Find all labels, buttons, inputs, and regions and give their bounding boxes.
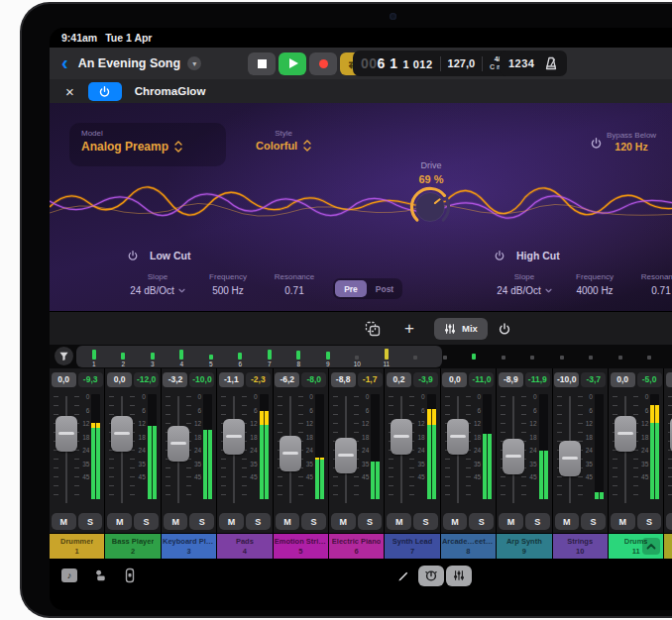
mixer-view-button[interactable] bbox=[446, 566, 472, 586]
overview-track[interactable] bbox=[518, 346, 548, 368]
solo-button[interactable]: S bbox=[581, 513, 606, 530]
back-button[interactable]: ‹ bbox=[61, 52, 68, 75]
solo-button[interactable]: S bbox=[189, 513, 214, 530]
mute-button[interactable]: M bbox=[164, 513, 188, 530]
volume-fader[interactable] bbox=[56, 416, 77, 452]
mute-button[interactable]: M bbox=[331, 513, 356, 530]
mixer-power-button[interactable] bbox=[498, 322, 511, 336]
overview-track[interactable]: 3 bbox=[138, 346, 168, 368]
overview-track[interactable]: 6 bbox=[226, 346, 256, 368]
volume-fader[interactable] bbox=[615, 416, 636, 452]
solo-button[interactable]: S bbox=[358, 513, 383, 530]
overview-track[interactable] bbox=[577, 346, 607, 368]
mute-button[interactable]: M bbox=[276, 513, 300, 530]
loop-browser-icon[interactable]: ♪ bbox=[61, 568, 77, 582]
slope-control[interactable]: Slope 24 dB/Oct bbox=[127, 271, 188, 298]
track-name-tile[interactable]: Drums 11 bbox=[609, 534, 663, 559]
volume-fader[interactable] bbox=[559, 441, 581, 476]
solo-button[interactable]: S bbox=[246, 513, 271, 530]
overview-track[interactable]: 1 bbox=[79, 346, 109, 368]
volume-fader[interactable] bbox=[111, 416, 133, 452]
overview-track[interactable]: 9 bbox=[313, 346, 343, 368]
stop-button[interactable] bbox=[248, 52, 276, 75]
plugin-power-button[interactable] bbox=[88, 82, 122, 101]
overview-track[interactable] bbox=[401, 346, 431, 368]
track-name-tile[interactable]: Synth Lead 7 bbox=[385, 534, 439, 559]
solo-button[interactable]: S bbox=[78, 513, 103, 530]
controls-view-button[interactable] bbox=[418, 566, 444, 586]
metronome-icon[interactable] bbox=[544, 56, 558, 70]
overview-track[interactable]: 8 bbox=[284, 346, 314, 368]
solo-button[interactable]: S bbox=[413, 513, 438, 530]
slope-control[interactable]: Slope 24 dB/Oct bbox=[494, 271, 555, 298]
volume-fader[interactable] bbox=[503, 439, 524, 474]
solo-button[interactable]: S bbox=[301, 513, 326, 530]
mute-button[interactable]: M bbox=[443, 513, 468, 530]
collapse-track-button[interactable] bbox=[642, 538, 660, 555]
mute-button[interactable]: M bbox=[387, 513, 411, 530]
mute-button[interactable]: M bbox=[52, 513, 76, 530]
drive-knob[interactable] bbox=[407, 184, 453, 230]
low-cut-power-icon[interactable] bbox=[127, 250, 139, 261]
volume-fader[interactable] bbox=[335, 438, 357, 473]
model-selector[interactable]: Model Analog Preamp bbox=[69, 123, 226, 166]
track-name-tile[interactable]: Pads 4 bbox=[217, 534, 272, 559]
overview-track[interactable]: 2 bbox=[109, 346, 139, 368]
overview-track[interactable] bbox=[430, 346, 460, 368]
track-name-tile[interactable]: Arp Synth 9 bbox=[497, 534, 551, 559]
track-name-tile[interactable]: Arcade…eet Pad 8 bbox=[441, 534, 496, 559]
track-name-tile[interactable]: Electric Piano 6 bbox=[329, 534, 384, 559]
overview-track[interactable]: 11 bbox=[372, 346, 401, 368]
overview-track[interactable] bbox=[635, 346, 665, 368]
track-name-tile[interactable]: Keyboard Player 3 bbox=[162, 534, 216, 559]
count-in-button[interactable]: 1234 bbox=[508, 57, 534, 69]
volume-fader[interactable] bbox=[391, 419, 412, 455]
solo-button[interactable]: S bbox=[134, 513, 159, 530]
resonance-control[interactable]: Resonance 0.71 bbox=[634, 271, 672, 298]
overview-track[interactable] bbox=[489, 346, 518, 368]
track-name-tile[interactable]: Strings 10 bbox=[553, 534, 608, 559]
solo-button[interactable]: S bbox=[525, 513, 550, 530]
track-name-tile[interactable]: Emotion Strings 5 bbox=[274, 534, 328, 559]
solo-button[interactable]: S bbox=[469, 513, 494, 530]
mute-button[interactable]: M bbox=[107, 513, 132, 530]
volume-fader[interactable] bbox=[223, 419, 245, 455]
overview-track[interactable] bbox=[664, 346, 672, 368]
solo-button[interactable]: S bbox=[637, 513, 662, 530]
volume-fader[interactable] bbox=[168, 426, 189, 462]
track-name-tile[interactable]: Bass Player 2 bbox=[105, 534, 160, 559]
play-button[interactable] bbox=[279, 52, 306, 75]
post-button[interactable]: Post bbox=[369, 280, 400, 297]
mute-button[interactable]: M bbox=[219, 513, 244, 530]
volume-fader[interactable] bbox=[447, 419, 469, 455]
high-cut-power-icon[interactable] bbox=[494, 250, 505, 261]
paste-icon[interactable] bbox=[365, 321, 381, 337]
pencil-edit-icon[interactable] bbox=[396, 568, 410, 582]
resonance-control[interactable]: Resonance 0.71 bbox=[268, 271, 321, 298]
frequency-control[interactable]: Frequency 4000 Hz bbox=[567, 271, 622, 298]
song-title[interactable]: An Evening Song bbox=[78, 56, 180, 70]
overview-track[interactable]: 5 bbox=[196, 346, 226, 368]
overview-track[interactable]: 10 bbox=[343, 346, 373, 368]
close-plugin-icon[interactable]: × bbox=[65, 84, 74, 99]
mute-button[interactable]: M bbox=[499, 513, 523, 530]
pre-button[interactable]: Pre bbox=[335, 280, 367, 297]
volume-fader[interactable] bbox=[280, 436, 301, 471]
mute-button[interactable]: M bbox=[555, 513, 580, 530]
mix-view-button[interactable]: Mix bbox=[434, 318, 488, 340]
track-name-tile[interactable]: Drummer 1 bbox=[50, 534, 104, 559]
mute-button[interactable]: M bbox=[666, 513, 672, 530]
filter-tracks-button[interactable] bbox=[55, 347, 73, 365]
level-control[interactable]: Level 0.0 bbox=[666, 131, 672, 155]
frequency-control[interactable]: Frequency 500 Hz bbox=[200, 271, 256, 298]
overview-track[interactable]: 7 bbox=[255, 346, 284, 368]
plugins-icon[interactable] bbox=[93, 568, 108, 583]
overview-track[interactable] bbox=[606, 346, 635, 368]
song-menu-chevron-icon[interactable]: ▾ bbox=[187, 56, 201, 70]
track-name-tile[interactable]: Chorus V 12 bbox=[664, 534, 672, 559]
overview-track[interactable]: 4 bbox=[168, 346, 197, 368]
overview-track[interactable] bbox=[460, 346, 490, 368]
fader-icon[interactable] bbox=[124, 568, 136, 583]
add-track-button[interactable]: + bbox=[404, 319, 414, 339]
mute-button[interactable]: M bbox=[611, 513, 635, 530]
